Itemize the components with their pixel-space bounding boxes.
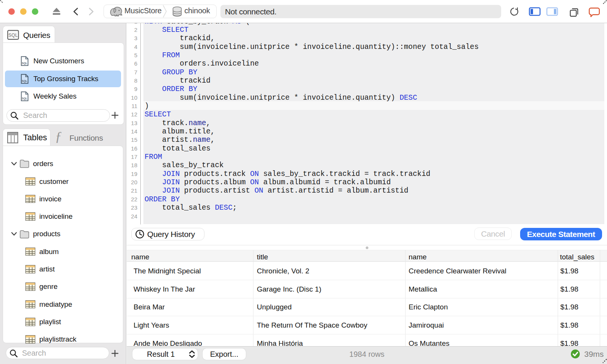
svg-text:SQL: SQL <box>22 62 27 65</box>
svg-text:SQL: SQL <box>22 80 27 83</box>
svg-text:SQL: SQL <box>22 97 27 100</box>
svg-text:SQL: SQL <box>8 33 18 38</box>
